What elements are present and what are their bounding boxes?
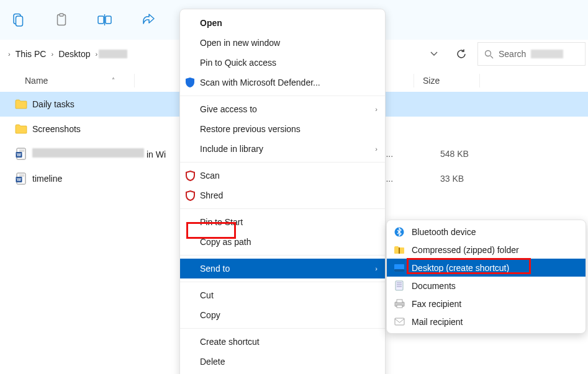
separator [180,96,385,96]
word-doc-icon: W [15,172,27,185]
file-name: Daily tasks [32,99,75,109]
file-name: in Wi [32,148,166,159]
svg-rect-31 [397,305,402,308]
shield-icon [184,77,196,88]
column-divider [414,74,414,87]
ctx-restore-versions[interactable]: Restore previous versions [180,119,385,139]
ctx-open[interactable]: Open [180,13,385,33]
fax-icon [394,298,405,309]
column-size[interactable]: Size [423,76,440,86]
ctx-scan-av[interactable]: Scan [180,166,385,185]
file-size: 33 KB [440,174,464,184]
svg-rect-30 [397,300,402,303]
ctx-send-to[interactable]: Send to› [180,259,385,278]
ctx-copy[interactable]: Copy [180,305,385,325]
svg-rect-25 [396,281,403,290]
bluetooth-icon [394,226,405,238]
search-label: Search [499,49,526,59]
sub-zip[interactable]: Compressed (zipped) folder [387,241,586,259]
chevron-right-icon: › [375,105,378,113]
sub-documents[interactable]: Documents [387,277,586,295]
svg-text:W: W [17,177,21,182]
separator [180,282,385,282]
ctx-copy-path[interactable]: Copy as path [180,232,385,252]
separator [180,208,385,209]
separator [180,162,385,163]
svg-rect-22 [399,247,400,254]
mail-icon [394,316,405,327]
file-name: Screenshots [32,124,81,134]
share-icon[interactable] [134,7,163,32]
refresh-icon[interactable] [450,42,473,66]
desktop-icon [394,262,405,274]
svg-text:W: W [17,153,21,157]
svg-rect-1 [16,16,23,26]
file-name: timeline [32,174,62,184]
file-size: 548 KB [440,149,469,159]
rename-icon[interactable] [91,7,119,32]
sub-bluetooth[interactable]: Bluetooth device [387,223,586,241]
search-input[interactable]: Search [477,42,586,66]
document-icon [394,280,405,292]
sub-fax[interactable]: Fax recipient [387,295,586,313]
breadcrumb-segment[interactable]: This PC [12,49,50,59]
sub-mail[interactable]: Mail recipient [387,313,586,331]
chevron-right-icon: › [94,50,99,58]
ctx-cut[interactable]: Cut [180,285,385,305]
ctx-delete[interactable]: Delete [180,352,385,372]
word-doc-icon: W [15,148,27,160]
column-divider [479,74,480,87]
svg-rect-24 [394,269,404,272]
ctx-pin-start[interactable]: Pin to Start [180,212,385,232]
chevron-right-icon: › [375,145,378,153]
chevron-down-icon[interactable] [423,42,445,66]
ctx-shred[interactable]: Shred [180,185,385,205]
file-name-redacted [32,148,144,158]
ctx-rename[interactable]: Rename [180,372,385,374]
separator [180,328,385,329]
search-placeholder-redacted [531,50,563,58]
separator [180,255,385,256]
svg-rect-5 [106,16,111,24]
ctx-create-shortcut[interactable]: Create shortcut [180,332,385,352]
chevron-right-icon: › [375,265,378,272]
ctx-pin-quick-access[interactable]: Pin to Quick access [180,53,385,73]
svg-rect-32 [395,318,404,325]
svg-rect-3 [60,14,63,16]
column-name[interactable]: Name [25,76,48,86]
search-icon [484,50,494,59]
breadcrumb-segment-redacted[interactable] [99,50,127,58]
ctx-include-library[interactable]: Include in library› [180,139,385,159]
breadcrumb-segment[interactable]: Desktop [55,49,94,59]
svg-line-10 [491,56,493,58]
sort-indicator-icon: ˄ [112,77,115,84]
mcafee-shield-icon [184,190,196,201]
ctx-give-access[interactable]: Give access to› [180,99,385,119]
copy-icon[interactable] [4,7,32,32]
column-divider [134,74,135,87]
zip-folder-icon [394,244,405,256]
paste-icon[interactable] [47,7,76,32]
svg-point-9 [486,50,491,56]
sub-desktop-shortcut[interactable]: Desktop (create shortcut) [387,259,586,277]
send-to-submenu: Bluetooth device Compressed (zipped) fol… [386,220,586,334]
chevron-right-icon: › [7,50,12,58]
ctx-scan-defender[interactable]: Scan with Microsoft Defender... [180,73,385,92]
svg-rect-4 [98,16,104,24]
folder-icon [15,123,27,135]
ctx-open-new-window[interactable]: Open in new window [180,33,385,53]
folder-icon [15,98,27,110]
mcafee-shield-icon [184,170,196,181]
context-menu: Open Open in new window Pin to Quick acc… [179,9,386,374]
chevron-right-icon: › [50,50,55,58]
